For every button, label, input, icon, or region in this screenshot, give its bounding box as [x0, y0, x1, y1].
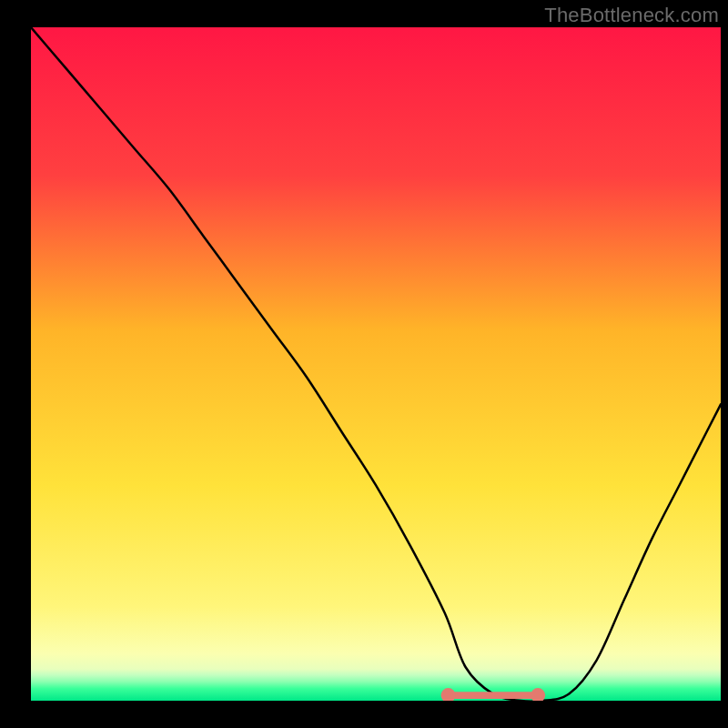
bottleneck-chart	[0, 0, 728, 728]
chart-container: TheBottleneck.com	[0, 0, 728, 728]
watermark-text: TheBottleneck.com	[544, 4, 719, 27]
svg-point-2	[441, 688, 456, 703]
gradient-background	[31, 27, 721, 701]
svg-point-3	[531, 688, 545, 703]
